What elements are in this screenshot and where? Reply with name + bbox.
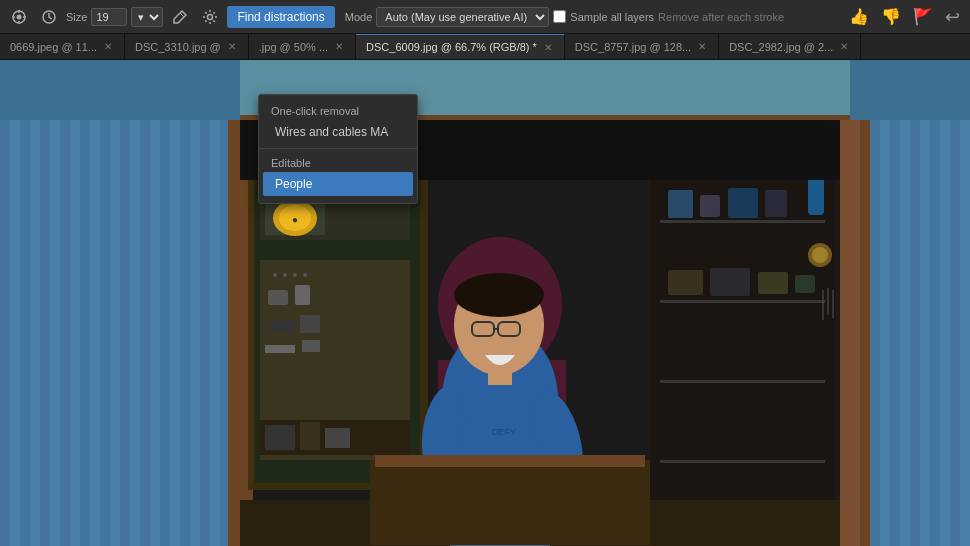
svg-rect-54: [265, 425, 295, 450]
svg-rect-25: [870, 60, 880, 546]
people-item[interactable]: People: [263, 172, 413, 196]
tab-close[interactable]: ✕: [696, 41, 708, 52]
svg-point-43: [273, 273, 277, 277]
svg-rect-26: [890, 60, 900, 546]
svg-rect-97: [0, 60, 240, 120]
svg-point-44: [283, 273, 287, 277]
mode-select[interactable]: Auto (May use generative AI): [376, 7, 549, 27]
canvas-image: ●: [0, 60, 970, 546]
tab-close[interactable]: ✕: [333, 41, 345, 52]
svg-rect-21: [200, 60, 210, 546]
one-click-removal-section: One-click removal: [259, 101, 417, 119]
history-icon-button[interactable]: [36, 6, 62, 28]
svg-rect-16: [100, 60, 110, 546]
svg-rect-94: [370, 460, 650, 545]
svg-rect-95: [375, 455, 645, 467]
svg-point-45: [293, 273, 297, 277]
thumbs-down-button[interactable]: 👎: [877, 5, 905, 28]
svg-rect-47: [268, 290, 288, 305]
svg-rect-48: [295, 285, 310, 305]
svg-rect-98: [850, 60, 970, 120]
undo-button[interactable]: ↩: [941, 4, 964, 30]
svg-rect-20: [180, 60, 190, 546]
svg-rect-70: [758, 272, 788, 294]
svg-rect-27: [910, 60, 920, 546]
find-distractions-button[interactable]: Find distractions: [227, 6, 334, 28]
svg-rect-51: [265, 345, 295, 353]
svg-rect-52: [302, 340, 320, 352]
svg-point-8: [208, 14, 213, 19]
brush-icon-button[interactable]: [167, 6, 193, 28]
svg-rect-55: [300, 422, 320, 450]
size-input[interactable]: [91, 8, 127, 26]
svg-rect-50: [300, 315, 320, 333]
tab-dsc8757[interactable]: DSC_8757.jpg @ 128... ✕: [565, 34, 719, 59]
svg-line-7: [180, 13, 184, 17]
svg-rect-62: [668, 190, 693, 218]
svg-rect-68: [668, 270, 703, 295]
svg-rect-69: [710, 268, 750, 296]
svg-rect-57: [650, 180, 835, 520]
tab-label: DSC_2982.jpg @ 2...: [729, 41, 833, 53]
svg-rect-14: [60, 60, 70, 546]
size-label: Size: [66, 11, 87, 23]
tab-close[interactable]: ✕: [102, 41, 114, 52]
tab-label: DSC_6009.jpg @ 66.7% (RGB/8) *: [366, 41, 537, 53]
thumbs-up-button[interactable]: 👍: [845, 5, 873, 28]
size-dropdown[interactable]: ▾: [131, 7, 163, 27]
svg-rect-65: [765, 190, 787, 217]
tab-close[interactable]: ✕: [838, 41, 850, 52]
svg-rect-11: [0, 60, 10, 546]
svg-rect-49: [270, 320, 295, 332]
svg-text:DEFY: DEFY: [492, 427, 516, 437]
svg-rect-18: [140, 60, 150, 546]
tab-dsc2982[interactable]: DSC_2982.jpg @ 2... ✕: [719, 34, 861, 59]
tab-close[interactable]: ✕: [542, 42, 554, 53]
svg-rect-60: [660, 380, 825, 383]
svg-rect-13: [40, 60, 50, 546]
find-distractions-dropdown: One-click removal Wires and cables MA Ed…: [258, 94, 418, 204]
sample-all-layers-wrapper: Sample all layers: [553, 10, 654, 23]
mode-label: Mode: [345, 11, 373, 23]
svg-rect-28: [930, 60, 940, 546]
svg-point-73: [812, 247, 828, 263]
svg-rect-12: [20, 60, 30, 546]
tab-50pct[interactable]: .jpg @ 50% ... ✕: [249, 34, 356, 59]
svg-point-46: [303, 273, 307, 277]
svg-rect-71: [795, 275, 815, 293]
svg-rect-29: [950, 60, 960, 546]
tab-label: 0669.jpeg @ 11...: [10, 41, 97, 53]
tab-dsc6009[interactable]: DSC_6009.jpg @ 66.7% (RGB/8) * ✕: [356, 34, 565, 59]
tab-label: DSC_8757.jpg @ 128...: [575, 41, 691, 53]
svg-point-1: [17, 14, 22, 19]
target-icon-button[interactable]: [6, 6, 32, 28]
dropdown-divider: [259, 148, 417, 149]
tab-label: DSC_3310.jpg @: [135, 41, 221, 53]
tab-0669[interactable]: 0669.jpeg @ 11... ✕: [0, 34, 125, 59]
settings-icon-button[interactable]: [197, 6, 223, 28]
toolbar: Size ▾ Find distractions Mode Auto (May …: [0, 0, 970, 34]
svg-rect-61: [660, 460, 825, 463]
svg-rect-17: [120, 60, 130, 546]
tab-dsc3310[interactable]: DSC_3310.jpg @ ✕: [125, 34, 249, 59]
svg-rect-56: [325, 428, 350, 448]
tab-label: .jpg @ 50% ...: [259, 41, 328, 53]
sample-all-layers-label: Sample all layers: [570, 11, 654, 23]
tabs-bar: 0669.jpeg @ 11... ✕ DSC_3310.jpg @ ✕ .jp…: [0, 34, 970, 60]
svg-text:●: ●: [292, 214, 298, 225]
editable-section: Editable: [259, 153, 417, 171]
remove-after-stroke-label: Remove after each stroke: [658, 11, 784, 23]
canvas-area[interactable]: ●: [0, 60, 970, 546]
svg-rect-58: [660, 220, 825, 223]
svg-point-83: [454, 273, 544, 317]
sample-all-layers-checkbox[interactable]: [553, 10, 566, 23]
tab-close[interactable]: ✕: [226, 41, 238, 52]
flag-button[interactable]: 🚩: [909, 5, 937, 28]
svg-rect-102: [840, 120, 860, 546]
wires-cables-item[interactable]: Wires and cables MA: [263, 120, 413, 144]
svg-rect-19: [160, 60, 170, 546]
svg-rect-64: [728, 188, 758, 218]
svg-rect-63: [700, 195, 720, 217]
svg-rect-15: [80, 60, 90, 546]
svg-rect-59: [660, 300, 825, 303]
